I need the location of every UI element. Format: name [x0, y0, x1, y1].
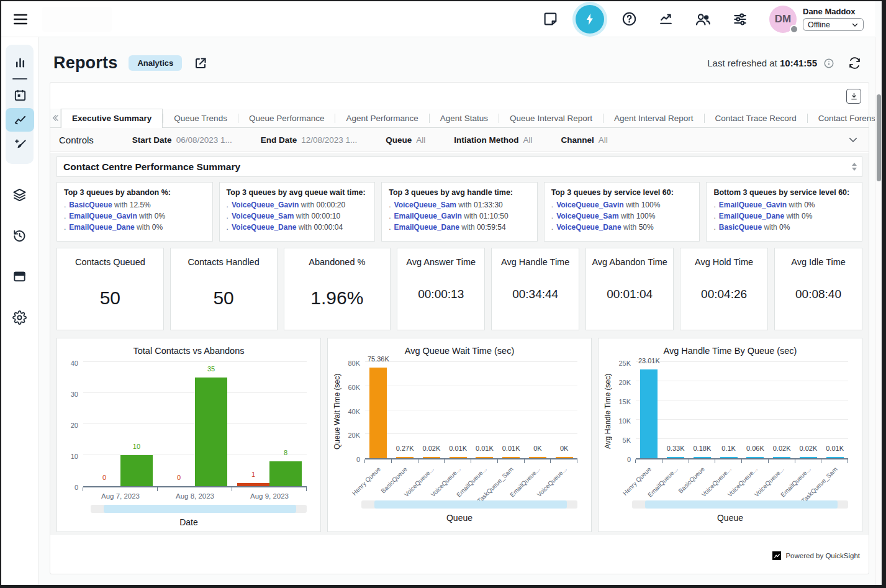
tabs-strip: Executive SummaryQueue TrendsQueue Perfo… [50, 109, 869, 128]
download-icon[interactable] [846, 89, 861, 104]
bar-voicequeue[interactable] [720, 457, 738, 458]
bullet: . [227, 212, 228, 220]
queue-link[interactable]: EmailQueue_Gavin [69, 212, 137, 220]
x-axis-title: Queue [602, 513, 858, 523]
queue-link[interactable]: EmailQueue_Gavin [719, 201, 787, 209]
widget-resize-control[interactable] [852, 163, 857, 171]
insight-line: .VoiceQueue_Dane with 50% [551, 223, 693, 232]
queue-link[interactable]: EmailQueue_Dane [69, 223, 134, 232]
y-axis-ticks: 020K40K60K80K [343, 363, 365, 459]
queue-link[interactable]: EmailQueue_Dane [394, 223, 459, 232]
bar-emailqueue[interactable] [529, 457, 546, 458]
insight-value: 01:10:50 [479, 212, 509, 220]
bar-voicequeue[interactable] [773, 457, 790, 458]
conjunction: with [624, 201, 641, 209]
analytics-icon[interactable] [658, 11, 674, 27]
sidebar-item-history[interactable] [6, 224, 34, 247]
sidebar-item-settings[interactable] [6, 305, 34, 329]
insight-line: .BasicQueue with 12.5% [64, 201, 206, 209]
help-icon[interactable] [622, 11, 637, 27]
settings-sliders-icon[interactable] [732, 11, 748, 27]
y-tick-label: 0 [356, 456, 360, 463]
avatar[interactable]: DM [769, 6, 797, 33]
sidebar-item-customize[interactable] [6, 133, 34, 156]
external-link-icon[interactable] [193, 56, 208, 71]
chart-scrollbar-thumb[interactable] [374, 500, 567, 509]
tab-queue-interval-report[interactable]: Queue Interval Report [499, 109, 603, 127]
tab-agent-status[interactable]: Agent Status [430, 109, 499, 127]
last-refreshed-text: Last refreshed at 10:41:55 [707, 58, 817, 68]
bar-voicequeue[interactable] [746, 457, 764, 458]
info-icon[interactable] [823, 58, 834, 69]
queue-link[interactable]: VoiceQueue_Gavin [556, 201, 624, 209]
bar-taskqueue-sam[interactable] [502, 457, 520, 458]
y-tick-label: 10 [71, 453, 78, 460]
control-end-date[interactable]: End Date12/08/2023 1... [261, 135, 358, 145]
plot-area: 23.01KHenry Queue0.33KEmailQueue...0.18K… [636, 363, 848, 459]
kpi-label: Avg Answer Time [397, 257, 484, 267]
insight-card-top-3-queues-by-avg-queue-wait-time: Top 3 queues by avg queue wait time:.Voi… [219, 182, 376, 242]
control-start-date[interactable]: Start Date06/08/2023 1... [132, 135, 232, 145]
bar-emailqueue[interactable] [476, 457, 493, 458]
filter-value: All [523, 135, 533, 145]
x-tick-mark [306, 487, 307, 491]
y-tick-label: 40 [71, 360, 78, 367]
bar-voicequeue[interactable] [556, 457, 573, 458]
queue-link[interactable]: VoiceQueue_Gavin [232, 201, 299, 209]
bar-voicequeue[interactable] [423, 457, 440, 458]
control-channel[interactable]: ChannelAll [561, 135, 608, 145]
tab-queue-trends[interactable]: Queue Trends [163, 109, 238, 127]
bar-emailqueue[interactable] [667, 457, 684, 458]
controls-collapse-icon[interactable] [848, 134, 859, 145]
queue-link[interactable]: VoiceQueue_Dane [556, 223, 621, 232]
kpi-value: 50 [171, 287, 277, 309]
queue-link[interactable]: BasicQueue [69, 201, 112, 209]
x-tick-mark [741, 459, 742, 463]
chart-title: Total Contacts vs Abandons [61, 338, 317, 363]
quick-actions-button[interactable] [576, 5, 604, 34]
queue-link[interactable]: EmailQueue_Dane [719, 212, 784, 220]
bar-basicqueue[interactable] [694, 457, 711, 458]
sidebar-item-window[interactable] [6, 265, 34, 288]
sidebar-item-schedule[interactable] [6, 83, 34, 107]
sidebar-item-reports[interactable] [6, 108, 34, 132]
status-select[interactable]: Offline [803, 18, 864, 31]
people-icon[interactable] [695, 11, 711, 27]
refresh-icon[interactable] [848, 57, 861, 70]
queue-link[interactable]: EmailQueue_Gavin [394, 212, 462, 220]
bar-basicqueue[interactable] [396, 457, 414, 458]
sidebar-item-metrics[interactable] [6, 51, 34, 75]
bar-voicequeue[interactable] [450, 457, 467, 458]
queue-link[interactable]: BasicQueue [719, 223, 762, 232]
bar-contacts-aug-7-2023[interactable] [120, 455, 153, 486]
tab-queue-performance[interactable]: Queue Performance [238, 109, 335, 127]
bar-emailqueue[interactable] [800, 457, 817, 458]
kpi-label: Avg Handle Time [492, 257, 579, 267]
queue-link[interactable]: VoiceQueue_Dane [232, 223, 296, 232]
insight-line: .EmailQueue_Dane with 00:59:54 [389, 223, 530, 232]
tab-contact-trace-record[interactable]: Contact Trace Record [705, 109, 807, 127]
note-icon[interactable] [543, 11, 558, 27]
page-scrollbar-thumb[interactable] [877, 94, 881, 181]
insight-line: .VoiceQueue_Sam with 100% [551, 212, 693, 220]
queue-link[interactable]: VoiceQueue_Sam [556, 212, 619, 220]
chart-scrollbar-thumb[interactable] [104, 505, 296, 513]
gridline [636, 419, 848, 420]
bar-contacts-aug-8-2023[interactable] [195, 378, 227, 486]
tab-executive-summary[interactable]: Executive Summary [61, 109, 163, 128]
tab-agent-interval-report[interactable]: Agent Interval Report [603, 109, 704, 127]
tab-agent-performance[interactable]: Agent Performance [335, 109, 428, 127]
kpi-value: 00:04:26 [680, 287, 767, 301]
bar-taskqueue-sam[interactable] [826, 457, 844, 458]
chart-scrollbar-thumb[interactable] [645, 500, 838, 509]
bar-contacts-aug-9-2023[interactable] [269, 461, 302, 486]
queue-link[interactable]: VoiceQueue_Sam [394, 201, 457, 209]
control-intiation-method[interactable]: Intiation MethodAll [454, 135, 532, 145]
control-queue[interactable]: QueueAll [386, 135, 425, 145]
tabs-scroll-left[interactable] [50, 109, 61, 127]
bullet: . [713, 212, 715, 220]
queue-link[interactable]: VoiceQueue_Sam [232, 212, 294, 220]
bar-abandons-aug-9-2023[interactable] [237, 483, 269, 486]
hamburger-menu-icon[interactable] [12, 11, 29, 27]
sidebar-item-layers[interactable] [6, 183, 34, 206]
